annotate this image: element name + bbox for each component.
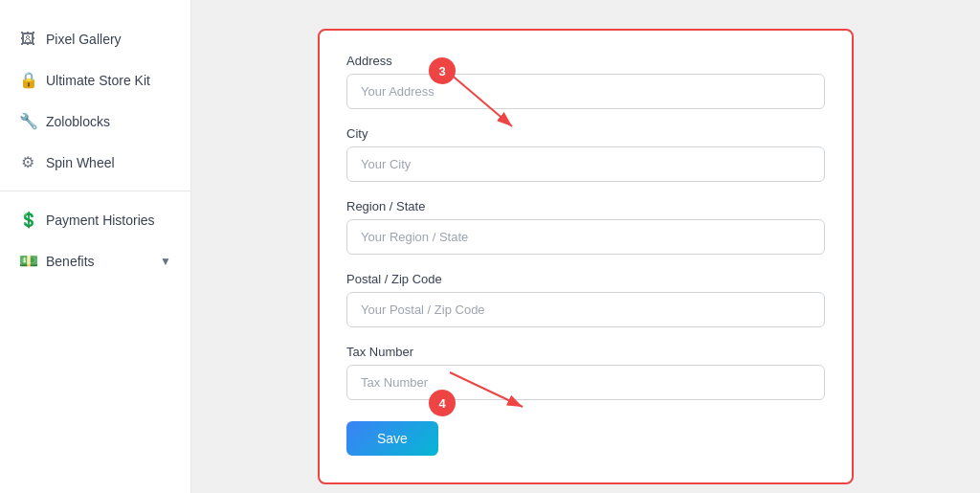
sidebar-item-zoloblocks[interactable]: 🔧 Zoloblocks [0, 101, 190, 142]
chevron-down-icon: ▼ [160, 255, 171, 268]
tax-field-group: Tax Number [346, 345, 825, 400]
store-kit-icon: 🔒 [19, 71, 36, 89]
benefits-left: 💵 Benefits [19, 252, 95, 270]
sidebar-item-label: Spin Wheel [46, 155, 115, 170]
save-button[interactable]: Save [346, 421, 438, 456]
city-label: City [346, 126, 825, 141]
address-label: Address [346, 54, 825, 68]
address-input[interactable] [346, 74, 825, 109]
city-input[interactable] [346, 146, 825, 182]
sidebar-item-label: Pixel Gallery [46, 32, 122, 47]
tax-input[interactable] [346, 365, 825, 400]
region-input[interactable] [346, 219, 825, 255]
spin-wheel-icon: ⚙ [19, 153, 36, 171]
sidebar-divider [0, 190, 190, 191]
sidebar-item-label: Payment Histories [46, 213, 155, 228]
tax-label: Tax Number [346, 345, 825, 359]
region-field-group: Region / State [346, 199, 825, 255]
address-form-card: Address City Region / State Postal / Zip… [318, 29, 854, 484]
sidebar: 🖼 Pixel Gallery 🔒 Ultimate Store Kit 🔧 Z… [0, 0, 191, 493]
postal-field-group: Postal / Zip Code [346, 272, 825, 327]
sidebar-item-benefits[interactable]: 💵 Benefits ▼ [0, 240, 190, 281]
pixel-gallery-icon: 🖼 [19, 31, 36, 48]
benefits-icon: 💵 [19, 252, 36, 270]
sidebar-item-payment-histories[interactable]: 💲 Payment Histories [0, 199, 190, 240]
sidebar-item-label: Ultimate Store Kit [46, 73, 150, 88]
zoloblocks-icon: 🔧 [19, 112, 36, 130]
sidebar-item-label: Benefits [46, 254, 95, 269]
postal-input[interactable] [346, 292, 825, 327]
sidebar-item-label: Zoloblocks [46, 114, 110, 129]
postal-label: Postal / Zip Code [346, 272, 825, 286]
step-4-badge: 4 [429, 390, 456, 416]
region-label: Region / State [346, 199, 825, 213]
step-3-badge: 3 [429, 57, 456, 84]
city-field-group: City [346, 126, 825, 182]
main-content: 3 4 Address City Reg [191, 0, 980, 493]
payment-histories-icon: 💲 [19, 211, 36, 229]
sidebar-item-spin-wheel[interactable]: ⚙ Spin Wheel [0, 142, 190, 183]
address-field-group: Address [346, 54, 825, 109]
sidebar-item-pixel-gallery[interactable]: 🖼 Pixel Gallery [0, 19, 190, 59]
sidebar-item-ultimate-store-kit[interactable]: 🔒 Ultimate Store Kit [0, 59, 190, 101]
